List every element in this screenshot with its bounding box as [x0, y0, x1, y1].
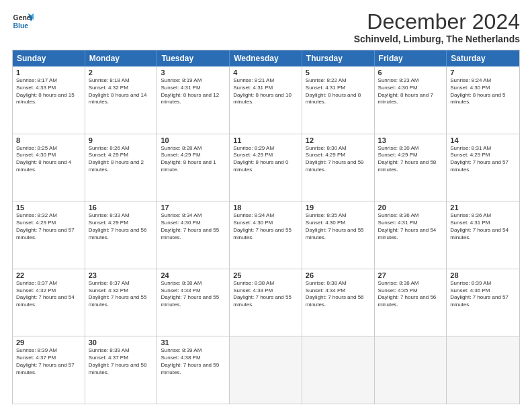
cal-cell: [375, 336, 447, 404]
cell-text: Sunrise: 8:34 AMSunset: 4:30 PMDaylight:…: [233, 212, 298, 241]
header-day-sunday: Sunday: [13, 50, 85, 66]
cell-text: Sunrise: 8:26 AMSunset: 4:29 PMDaylight:…: [89, 145, 154, 174]
cal-cell: 21Sunrise: 8:36 AMSunset: 4:31 PMDayligh…: [447, 201, 519, 269]
cell-text: Sunrise: 8:37 AMSunset: 4:32 PMDaylight:…: [89, 280, 154, 309]
location-title: Schinveld, Limburg, The Netherlands: [354, 34, 520, 44]
cell-text: Sunrise: 8:36 AMSunset: 4:31 PMDaylight:…: [378, 212, 443, 241]
cal-cell: 12Sunrise: 8:30 AMSunset: 4:29 PMDayligh…: [302, 134, 375, 201]
day-number: 24: [161, 271, 226, 279]
cell-text: Sunrise: 8:36 AMSunset: 4:31 PMDaylight:…: [450, 212, 516, 241]
day-number: 17: [161, 203, 226, 212]
day-number: 13: [378, 136, 443, 144]
cal-cell: 10Sunrise: 8:28 AMSunset: 4:29 PMDayligh…: [157, 134, 230, 201]
cell-text: Sunrise: 8:22 AMSunset: 4:31 PMDaylight:…: [306, 77, 371, 106]
cell-text: Sunrise: 8:39 AMSunset: 4:37 PMDaylight:…: [16, 347, 81, 376]
header-day-wednesday: Wednesday: [230, 50, 302, 66]
day-number: 11: [233, 136, 298, 144]
week-row-1: 1Sunrise: 8:17 AMSunset: 4:33 PMDaylight…: [13, 66, 519, 134]
cell-text: Sunrise: 8:33 AMSunset: 4:29 PMDaylight:…: [89, 212, 154, 241]
week-row-3: 15Sunrise: 8:32 AMSunset: 4:29 PMDayligh…: [13, 201, 519, 269]
header-day-friday: Friday: [375, 50, 447, 66]
cal-cell: [447, 336, 519, 404]
cell-text: Sunrise: 8:21 AMSunset: 4:31 PMDaylight:…: [233, 77, 298, 106]
cell-text: Sunrise: 8:38 AMSunset: 4:34 PMDaylight:…: [306, 280, 371, 309]
cal-cell: [302, 336, 375, 404]
cal-cell: 18Sunrise: 8:34 AMSunset: 4:30 PMDayligh…: [230, 201, 302, 269]
cal-cell: 4Sunrise: 8:21 AMSunset: 4:31 PMDaylight…: [230, 66, 302, 134]
day-number: 29: [16, 338, 81, 347]
day-number: 12: [306, 136, 371, 144]
cell-text: Sunrise: 8:17 AMSunset: 4:33 PMDaylight:…: [16, 77, 81, 106]
calendar-body: 1Sunrise: 8:17 AMSunset: 4:33 PMDaylight…: [13, 66, 519, 404]
week-row-5: 29Sunrise: 8:39 AMSunset: 4:37 PMDayligh…: [13, 336, 519, 404]
day-number: 21: [450, 203, 516, 212]
day-number: 2: [89, 68, 154, 77]
day-number: 20: [378, 203, 443, 212]
cal-cell: 16Sunrise: 8:33 AMSunset: 4:29 PMDayligh…: [85, 201, 158, 269]
day-number: 25: [233, 271, 298, 279]
cal-cell: 22Sunrise: 8:37 AMSunset: 4:32 PMDayligh…: [13, 269, 85, 336]
week-row-4: 22Sunrise: 8:37 AMSunset: 4:32 PMDayligh…: [13, 269, 519, 337]
day-number: 18: [233, 203, 298, 212]
cell-text: Sunrise: 8:39 AMSunset: 4:38 PMDaylight:…: [161, 347, 226, 376]
day-number: 3: [161, 68, 226, 77]
cal-cell: 31Sunrise: 8:39 AMSunset: 4:38 PMDayligh…: [157, 336, 230, 404]
month-title: December 2024: [354, 11, 520, 32]
day-number: 28: [450, 271, 516, 279]
cal-cell: 28Sunrise: 8:39 AMSunset: 4:36 PMDayligh…: [447, 269, 519, 336]
cal-cell: 25Sunrise: 8:38 AMSunset: 4:33 PMDayligh…: [230, 269, 302, 336]
cell-text: Sunrise: 8:32 AMSunset: 4:29 PMDaylight:…: [16, 212, 81, 241]
day-number: 9: [89, 136, 154, 144]
logo: General Blue: [12, 11, 34, 32]
cal-cell: 19Sunrise: 8:35 AMSunset: 4:30 PMDayligh…: [302, 201, 375, 269]
cal-cell: 24Sunrise: 8:38 AMSunset: 4:33 PMDayligh…: [157, 269, 230, 336]
header-day-thursday: Thursday: [302, 50, 375, 66]
cell-text: Sunrise: 8:35 AMSunset: 4:30 PMDaylight:…: [306, 212, 371, 241]
header-day-monday: Monday: [85, 50, 158, 66]
cell-text: Sunrise: 8:18 AMSunset: 4:32 PMDaylight:…: [89, 77, 154, 106]
logo-icon: General Blue: [12, 11, 34, 32]
cal-cell: 17Sunrise: 8:34 AMSunset: 4:30 PMDayligh…: [157, 201, 230, 269]
day-number: 8: [16, 136, 81, 144]
cal-cell: 26Sunrise: 8:38 AMSunset: 4:34 PMDayligh…: [302, 269, 375, 336]
cal-cell: 2Sunrise: 8:18 AMSunset: 4:32 PMDaylight…: [85, 66, 158, 134]
cell-text: Sunrise: 8:39 AMSunset: 4:37 PMDaylight:…: [89, 347, 154, 376]
cal-cell: [230, 336, 302, 404]
day-number: 22: [16, 271, 81, 279]
title-block: December 2024 Schinveld, Limburg, The Ne…: [354, 11, 520, 44]
day-number: 30: [89, 338, 154, 347]
day-number: 10: [161, 136, 226, 144]
cell-text: Sunrise: 8:38 AMSunset: 4:35 PMDaylight:…: [378, 280, 443, 309]
cal-cell: 8Sunrise: 8:25 AMSunset: 4:30 PMDaylight…: [13, 134, 85, 201]
cal-cell: 13Sunrise: 8:30 AMSunset: 4:29 PMDayligh…: [375, 134, 447, 201]
cell-text: Sunrise: 8:28 AMSunset: 4:29 PMDaylight:…: [161, 145, 226, 174]
day-number: 26: [306, 271, 371, 279]
header-day-saturday: Saturday: [447, 50, 519, 66]
day-number: 5: [306, 68, 371, 77]
cal-cell: 30Sunrise: 8:39 AMSunset: 4:37 PMDayligh…: [85, 336, 158, 404]
day-number: 27: [378, 271, 443, 279]
cal-cell: 9Sunrise: 8:26 AMSunset: 4:29 PMDaylight…: [85, 134, 158, 201]
cell-text: Sunrise: 8:24 AMSunset: 4:30 PMDaylight:…: [450, 77, 516, 106]
cell-text: Sunrise: 8:31 AMSunset: 4:29 PMDaylight:…: [450, 145, 516, 174]
calendar: SundayMondayTuesdayWednesdayThursdayFrid…: [12, 50, 520, 404]
cell-text: Sunrise: 8:29 AMSunset: 4:29 PMDaylight:…: [233, 145, 298, 174]
cal-cell: 6Sunrise: 8:23 AMSunset: 4:30 PMDaylight…: [375, 66, 447, 134]
cell-text: Sunrise: 8:30 AMSunset: 4:29 PMDaylight:…: [378, 145, 443, 174]
day-number: 1: [16, 68, 81, 77]
cal-cell: 27Sunrise: 8:38 AMSunset: 4:35 PMDayligh…: [375, 269, 447, 336]
day-number: 23: [89, 271, 154, 279]
day-number: 7: [450, 68, 516, 77]
cal-cell: 3Sunrise: 8:19 AMSunset: 4:31 PMDaylight…: [157, 66, 230, 134]
calendar-header: SundayMondayTuesdayWednesdayThursdayFrid…: [13, 50, 519, 66]
cal-cell: 14Sunrise: 8:31 AMSunset: 4:29 PMDayligh…: [447, 134, 519, 201]
day-number: 15: [16, 203, 81, 212]
day-number: 14: [450, 136, 516, 144]
page: General Blue December 2024 Schinveld, Li…: [0, 0, 532, 411]
cell-text: Sunrise: 8:23 AMSunset: 4:30 PMDaylight:…: [378, 77, 443, 106]
svg-text:Blue: Blue: [13, 22, 29, 30]
cal-cell: 20Sunrise: 8:36 AMSunset: 4:31 PMDayligh…: [375, 201, 447, 269]
cell-text: Sunrise: 8:37 AMSunset: 4:32 PMDaylight:…: [16, 280, 81, 309]
cell-text: Sunrise: 8:34 AMSunset: 4:30 PMDaylight:…: [161, 212, 226, 241]
day-number: 4: [233, 68, 298, 77]
